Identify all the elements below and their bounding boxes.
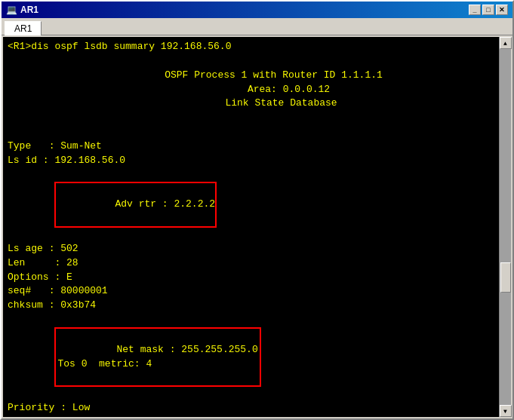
link-state-db1-line: Link State Database (8, 97, 494, 111)
scroll-down-button[interactable]: ▼ (500, 405, 512, 417)
priority-label: Priority (8, 402, 54, 413)
priority-line: Priority : Low (8, 401, 494, 415)
ls-age-value: : 502 (49, 243, 78, 254)
adv-rtr-line: Adv rtr : 2.2.2.2 (8, 168, 494, 242)
seq-value: : 80000001 (49, 285, 108, 296)
app-icon: 💻 (6, 5, 17, 15)
options-line: Options : E (8, 271, 494, 285)
window-title: AR1 (20, 5, 38, 15)
blank3 (8, 125, 494, 139)
area2-line: Area: 0.0.0.18 (8, 415, 494, 417)
command-line: <R1>dis ospf lsdb summary 192.168.56.0 (8, 40, 494, 54)
net-mask-value: : 255.255.255.0 (170, 344, 258, 355)
blank1 (8, 54, 494, 69)
len-value: : 28 (54, 257, 78, 268)
len-label: Len (8, 257, 25, 268)
scroll-thumb[interactable] (500, 262, 511, 293)
title-bar-left: 💻 AR1 (6, 5, 38, 15)
title-bar: 💻 AR1 _ □ ✕ (2, 2, 512, 18)
adv-rtr-label: Adv rtr (115, 198, 156, 210)
type-label: Type (8, 140, 31, 152)
chksum-line: chksum : 0x3b74 (8, 299, 494, 313)
ospf-process-line: OSPF Process 1 with Router ID 1.1.1.1 (8, 69, 494, 83)
tab-bar: AR1 (2, 18, 512, 35)
maximize-button[interactable]: □ (482, 5, 494, 15)
adv-rtr-highlight: Adv rtr : 2.2.2.2 (54, 182, 217, 228)
type-line: Type : Sum-Net (8, 139, 494, 154)
seq-label: seq# (8, 285, 31, 296)
scroll-track[interactable] (500, 49, 511, 405)
tos-label: Tos 0 (57, 358, 87, 369)
net-mask-label: Net mask (116, 344, 163, 355)
ls-age-label: Ls age (8, 243, 43, 254)
ls-age-line: Ls age : 502 (8, 242, 494, 256)
type-spacing (31, 140, 48, 152)
title-bar-controls: _ □ ✕ (469, 5, 508, 15)
window-frame: 💻 AR1 _ □ ✕ AR1 <R1>dis ospf lsdb summar… (0, 0, 514, 420)
options-label: Options (8, 271, 49, 283)
ls-id-value: : 192.168.56.0 (43, 155, 125, 166)
adv-rtr-value: : 2.2.2.2 (162, 198, 215, 210)
chksum-label: chksum (8, 299, 43, 311)
scroll-up-button[interactable]: ▲ (500, 37, 512, 49)
tos-value: metric: 4 (99, 358, 152, 369)
close-button[interactable]: ✕ (496, 5, 508, 15)
ls-id-line: Ls id : 192.168.56.0 (8, 154, 494, 168)
ls-id-label: Ls id (8, 155, 37, 166)
tab-ar1[interactable]: AR1 (5, 21, 42, 35)
net-mask-tos-block: Net mask : 255.255.255.0Tos 0 metric: 4 (8, 313, 494, 401)
net-mask-tos-highlight: Net mask : 255.255.255.0Tos 0 metric: 4 (54, 327, 260, 387)
terminal-container: <R1>dis ospf lsdb summary 192.168.56.0 O… (2, 35, 512, 418)
options-value: : E (54, 271, 72, 283)
priority-value: : Low (60, 402, 90, 413)
type-value: : Sum-Net (49, 140, 102, 152)
chksum-value: : 0x3b74 (49, 299, 96, 311)
terminal[interactable]: <R1>dis ospf lsdb summary 192.168.56.0 O… (3, 37, 499, 417)
ls-id-spacing (37, 155, 43, 166)
area1-line: Area: 0.0.0.12 (8, 83, 494, 97)
len-line: Len : 28 (8, 256, 494, 271)
minimize-button[interactable]: _ (469, 5, 481, 15)
blank2 (8, 111, 494, 125)
seq-line: seq# : 80000001 (8, 284, 494, 299)
scrollbar: ▲ ▼ (499, 37, 511, 417)
